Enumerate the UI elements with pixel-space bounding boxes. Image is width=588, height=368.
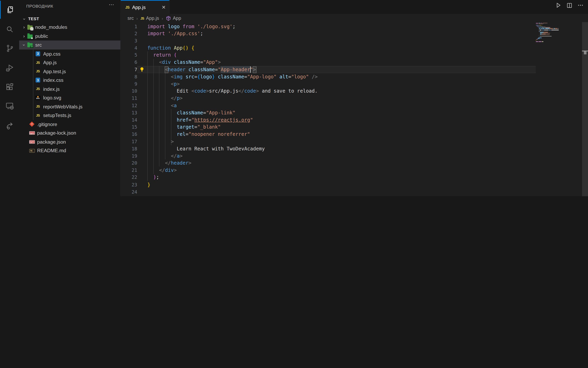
minimap-line bbox=[542, 34, 550, 35]
tree-item-label: logo.svg bbox=[43, 95, 61, 101]
code-line-4: 4function App() { bbox=[121, 44, 588, 51]
editor-actions bbox=[555, 2, 584, 8]
line-number: 8 bbox=[121, 73, 138, 80]
folder-node-modules-icon: JS bbox=[28, 26, 33, 30]
remote-explorer-icon[interactable] bbox=[0, 97, 19, 115]
minimap-line bbox=[536, 41, 538, 42]
tree-item-label: App.test.js bbox=[43, 69, 66, 74]
minimap-line bbox=[555, 28, 558, 29]
overview-ruler-cursor-marker bbox=[582, 50, 588, 51]
tree-item-app-css[interactable]: 3App.css bbox=[19, 49, 120, 58]
tree-item-index-css[interactable]: 3index.css bbox=[19, 76, 120, 85]
minimap-line bbox=[539, 28, 541, 28]
code-line-14: 14 href="https://reactjs.org" bbox=[121, 116, 588, 123]
tree-item-index-js[interactable]: JSindex.js bbox=[19, 85, 120, 93]
extensions-icon[interactable] bbox=[0, 78, 19, 96]
css-file-icon: 3 bbox=[36, 78, 40, 83]
vertical-scrollbar[interactable] bbox=[582, 22, 588, 196]
search-icon[interactable] bbox=[0, 20, 19, 38]
code-line-11: 11 </p> bbox=[121, 95, 588, 102]
minimap-line bbox=[539, 29, 540, 30]
folder-src-open-icon: </> bbox=[28, 43, 33, 47]
line-number: 6 bbox=[121, 59, 138, 66]
source-control-icon[interactable] bbox=[0, 39, 19, 57]
tree-item-app-js[interactable]: JSApp.js bbox=[19, 58, 120, 67]
close-tab-icon[interactable]: ✕ bbox=[162, 5, 165, 10]
tree-item-label: src bbox=[35, 42, 42, 48]
javascript-file-icon: JS bbox=[140, 16, 144, 20]
minimap-line bbox=[542, 30, 544, 30]
tab-appjs[interactable]: JS App.js ✕ bbox=[121, 0, 170, 14]
line-number: 20 bbox=[121, 159, 138, 167]
chevron-right-icon: › bbox=[23, 34, 25, 39]
code-line-13: 13 className="App-link" bbox=[121, 109, 588, 116]
tree-item-package-lock-json[interactable]: npmpackage-lock.json bbox=[19, 129, 120, 138]
tree-item-node-modules[interactable]: ›JSnode_modules bbox=[19, 23, 120, 32]
minimap[interactable] bbox=[536, 23, 565, 196]
workspace-name: TEST bbox=[28, 16, 39, 21]
tree-item-reportwebvitals-js[interactable]: JSreportWebVitals.js bbox=[19, 102, 120, 111]
code-line-6: 6 <div className="App"> bbox=[121, 59, 588, 66]
code-line-2: 2import './App.css'; bbox=[121, 30, 588, 37]
minimap-line bbox=[550, 33, 550, 33]
line-number: 25 bbox=[121, 195, 138, 196]
npm-file-icon: npm bbox=[29, 131, 35, 135]
javascript-file-icon: JS bbox=[36, 61, 40, 64]
code-editor[interactable]: 1import logo from './logo.svg';2import '… bbox=[121, 23, 588, 196]
minimap-line bbox=[558, 28, 559, 29]
split-editor-icon[interactable] bbox=[567, 2, 572, 8]
tree-item-readme-md[interactable]: M↓README.md bbox=[19, 146, 120, 155]
line-number: 3 bbox=[121, 37, 138, 44]
tree-item-setuptests-js[interactable]: JSsetupTests.js bbox=[19, 111, 120, 120]
minimap-line bbox=[540, 37, 540, 37]
minimap-line bbox=[545, 28, 545, 29]
minimap-line bbox=[540, 34, 542, 34]
tree-item-label: reportWebVitals.js bbox=[43, 104, 83, 109]
minimap-line bbox=[541, 23, 542, 23]
minimap-line bbox=[540, 32, 543, 33]
git-file-icon: Y bbox=[29, 122, 35, 127]
breadcrumb-appjs[interactable]: JS App.js bbox=[140, 16, 159, 21]
minimap-line bbox=[542, 37, 542, 38]
minimap-line bbox=[536, 23, 538, 23]
vscode-window: ⚙ ПРОВОДНИК ⋯ › TEST ›JSnode_modules›☻pu… bbox=[0, 0, 588, 196]
code-line-24: 24 bbox=[121, 188, 588, 195]
javascript-file-icon: JS bbox=[125, 5, 129, 9]
code-line-15: 15 target="_blank" bbox=[121, 123, 588, 131]
css-file-icon: 3 bbox=[36, 51, 40, 56]
tree-item-label: public bbox=[35, 33, 48, 39]
tree-item-public[interactable]: ›☻public bbox=[19, 32, 120, 40]
folder-public-icon: ☻ bbox=[28, 34, 33, 39]
code-line-8: 8 <img src={logo} className="App-logo" a… bbox=[121, 73, 588, 80]
minimap-line bbox=[536, 25, 539, 26]
tree-item-app-test-js[interactable]: JSApp.test.js bbox=[19, 67, 120, 76]
live-share-icon[interactable] bbox=[0, 117, 19, 135]
run-file-icon[interactable] bbox=[555, 2, 561, 8]
tree-item-label: App.css bbox=[43, 51, 61, 57]
line-number: 4 bbox=[121, 44, 138, 51]
code-line-20: 20 </header> bbox=[121, 159, 588, 167]
workspace-section-header[interactable]: › TEST bbox=[19, 14, 120, 23]
views-and-more-actions-icon[interactable]: ⋯ bbox=[109, 2, 114, 8]
npm-file-icon: npm bbox=[29, 140, 35, 144]
minimap-line bbox=[537, 39, 537, 40]
tree-item-package-json[interactable]: npmpackage.json bbox=[19, 138, 120, 146]
more-actions-icon[interactable] bbox=[578, 2, 584, 8]
breadcrumb-app-symbol[interactable]: App bbox=[165, 16, 181, 21]
tree-item--gitignore[interactable]: Y.gitignore bbox=[19, 120, 120, 129]
lightbulb-icon[interactable] bbox=[139, 67, 145, 74]
tree-item-src[interactable]: ›</>src bbox=[19, 41, 120, 49]
code-line-10: 10 Edit <code>src/App.js</code> and save… bbox=[121, 87, 588, 95]
minimap-line bbox=[539, 41, 542, 42]
tree-item-logo-svg[interactable]: ❋SVGlogo.svg bbox=[19, 93, 120, 102]
breadcrumb-src[interactable]: src bbox=[128, 16, 134, 21]
tree-item-label: index.js bbox=[43, 86, 60, 92]
run-debug-icon[interactable] bbox=[0, 59, 19, 77]
explorer-icon[interactable] bbox=[0, 1, 19, 19]
activity-bar: ⚙ bbox=[0, 0, 19, 196]
line-number: 1 bbox=[121, 23, 138, 30]
tree-item-label: package.json bbox=[37, 139, 66, 145]
minimap-line bbox=[536, 40, 536, 40]
minimap-line bbox=[539, 23, 540, 23]
chevron-right-icon: › bbox=[23, 25, 25, 30]
